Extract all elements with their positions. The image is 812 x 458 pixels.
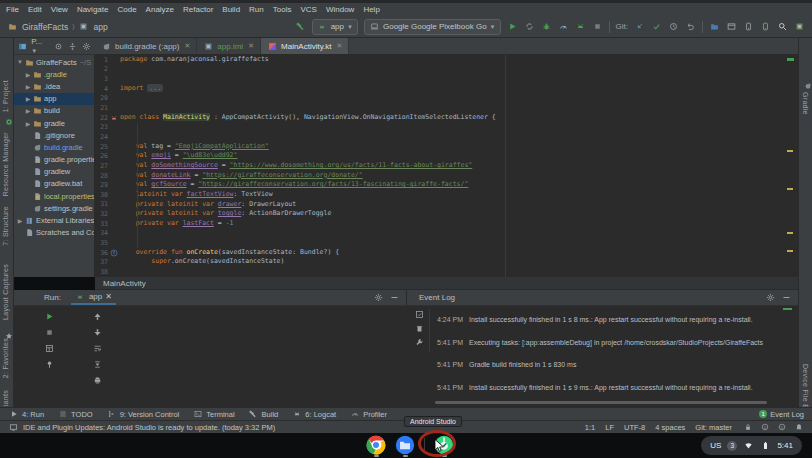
menu-view[interactable]: View bbox=[51, 5, 68, 14]
toolwindow-9--version-control[interactable]: 9: Version Control bbox=[106, 409, 180, 420]
shelf-app-chrome[interactable] bbox=[366, 435, 386, 455]
tool-stripe-resource-manager[interactable]: Resource Manager bbox=[2, 132, 9, 196]
collapse-all-icon[interactable] bbox=[67, 41, 77, 52]
line-separator[interactable]: LF bbox=[605, 423, 614, 432]
tree-item-settings-gradle[interactable]: settings.gradle bbox=[14, 202, 94, 214]
code-line-20[interactable]: 20 bbox=[95, 94, 798, 104]
code-line-24[interactable]: 24 bbox=[95, 132, 798, 142]
editor-tab-mainactivity-kt[interactable]: MainActivity.kt✕ bbox=[261, 38, 349, 54]
clear-all-icon[interactable] bbox=[414, 323, 425, 334]
tree-item-giraffefacts[interactable]: ▼GiraffeFacts~/S bbox=[14, 56, 94, 68]
tree-item-gradle[interactable]: ▶gradle bbox=[14, 117, 94, 129]
run-configuration-select[interactable]: app▼ bbox=[312, 19, 358, 35]
toolwindow-6--logcat[interactable]: 6: Logcat bbox=[291, 409, 336, 420]
tool-stripe-layout-captures[interactable]: Layout Captures bbox=[2, 264, 9, 320]
editor-tab-build-gradle---app-[interactable]: build.gradle (:app)✕ bbox=[95, 38, 197, 54]
code-line-36[interactable]: 36 override fun onCreate(savedInstanceSt… bbox=[95, 248, 798, 258]
menu-run[interactable]: Run bbox=[249, 5, 264, 14]
tree-item-gradlew[interactable]: gradlew bbox=[14, 166, 94, 178]
code-line-38[interactable]: 38 bbox=[95, 267, 798, 277]
tree-item-build-gradle[interactable]: build.gradle bbox=[14, 141, 94, 153]
star-icon[interactable] bbox=[3, 330, 14, 341]
warning-stripe-mark[interactable] bbox=[787, 250, 793, 252]
tree-item-app[interactable]: ▶app bbox=[14, 93, 94, 105]
readonly-lock-icon[interactable] bbox=[742, 422, 753, 433]
editor-tab-app-iml[interactable]: app.iml✕ bbox=[197, 38, 261, 54]
code-editor[interactable]: 1package com.naranjaconsal.giraffefacts2… bbox=[95, 55, 798, 277]
search-everywhere-icon[interactable] bbox=[777, 21, 788, 32]
stop-icon[interactable] bbox=[592, 21, 603, 32]
locate-file-icon[interactable] bbox=[53, 41, 63, 52]
mark-read-icon[interactable] bbox=[414, 309, 425, 320]
code-line-4[interactable]: 4import ... bbox=[95, 84, 798, 94]
code-line-32[interactable]: 32 private lateinit var toggle: ActionBa… bbox=[95, 209, 798, 219]
inspection-status-indicator[interactable] bbox=[787, 58, 794, 61]
gear-icon[interactable] bbox=[765, 292, 776, 303]
minimize-icon[interactable] bbox=[781, 292, 792, 303]
run-tab-app[interactable]: app ✕ bbox=[71, 290, 116, 305]
shelf-app-files-app[interactable] bbox=[395, 435, 415, 455]
scroll-to-end-icon[interactable] bbox=[92, 359, 103, 370]
tree-item-scratches-and-consoles[interactable]: Scratches and Consoles bbox=[14, 227, 94, 239]
tree-item-gradle-properties[interactable]: gradle.properties bbox=[14, 154, 94, 166]
rollback-icon[interactable] bbox=[685, 21, 696, 32]
apply-code-changes-icon[interactable] bbox=[575, 21, 586, 32]
window-manager-icon[interactable] bbox=[726, 21, 737, 32]
code-line-35[interactable]: 35 bbox=[95, 238, 798, 248]
menu-refactor[interactable]: Refactor bbox=[183, 5, 213, 14]
feedback-face-icon[interactable] bbox=[776, 422, 787, 433]
soft-wrap-icon[interactable] bbox=[92, 343, 103, 354]
restore-layout-icon[interactable] bbox=[44, 343, 55, 354]
chevron-right-icon[interactable]: ▶ bbox=[24, 95, 32, 102]
code-line-1[interactable]: 1package com.naranjaconsal.giraffefacts bbox=[95, 55, 798, 65]
ide-updates-icon[interactable] bbox=[8, 422, 19, 433]
tree-item-build[interactable]: ▶build bbox=[14, 105, 94, 117]
tool-stripe----structure[interactable]: 7: Structure bbox=[2, 206, 9, 246]
tree-item-local-properties[interactable]: local.properties bbox=[14, 190, 94, 202]
code-line-21[interactable]: 21 bbox=[95, 103, 798, 113]
toolwindow-4--run[interactable]: 4: Run bbox=[8, 409, 44, 420]
chevron-right-icon[interactable]: ▶ bbox=[24, 120, 32, 127]
tree-item--gradle[interactable]: ▶.gradle bbox=[14, 68, 94, 80]
rerun-icon[interactable] bbox=[44, 311, 55, 322]
gear-icon[interactable] bbox=[373, 292, 384, 303]
code-line-22[interactable]: 22open class MainActivity : AppCompatAct… bbox=[95, 113, 798, 123]
chevron-right-icon[interactable]: ▶ bbox=[24, 83, 32, 90]
code-line-31[interactable]: 31 private lateinit var drawer: DrawerLa… bbox=[95, 200, 798, 210]
notifications-bell-icon[interactable] bbox=[793, 422, 804, 433]
menu-build[interactable]: Build bbox=[222, 5, 240, 14]
tool-stripe----project[interactable]: 1: Project bbox=[2, 80, 9, 113]
code-line-33[interactable]: 33 private var lastFact = -1 bbox=[95, 219, 798, 229]
menu-analyze[interactable]: Analyze bbox=[146, 5, 174, 14]
override-gutter-icon[interactable] bbox=[108, 249, 120, 257]
print-icon[interactable] bbox=[92, 375, 103, 386]
profile-icon[interactable] bbox=[558, 21, 569, 32]
tree-item--gitignore[interactable]: .gitignore bbox=[14, 129, 94, 141]
menu-edit[interactable]: Edit bbox=[28, 5, 42, 14]
menu-window[interactable]: Window bbox=[326, 5, 354, 14]
chevron-down-icon[interactable]: ▼ bbox=[16, 59, 24, 65]
chevron-right-icon[interactable]: ▶ bbox=[24, 71, 32, 78]
breadcrumb-module[interactable]: app bbox=[93, 22, 107, 32]
pin-icon[interactable] bbox=[44, 359, 55, 370]
warning-stripe-mark[interactable] bbox=[787, 232, 793, 234]
menu-navigate[interactable]: Navigate bbox=[77, 5, 109, 14]
horizontal-scrollbar[interactable] bbox=[435, 401, 767, 404]
code-line-2[interactable]: 2 bbox=[95, 65, 798, 75]
menu-help[interactable]: Help bbox=[363, 5, 379, 14]
caret-position[interactable]: 1:1 bbox=[585, 423, 595, 432]
toolwindow-terminal[interactable]: Terminal bbox=[192, 409, 234, 420]
tree-item-external-libraries[interactable]: ▶External Libraries bbox=[14, 214, 94, 226]
run-icon[interactable] bbox=[507, 21, 518, 32]
build-hammer-icon[interactable] bbox=[295, 21, 306, 32]
commit-icon[interactable] bbox=[651, 21, 662, 32]
code-line-28[interactable]: 28 val donateLink = "https://giraffecons… bbox=[95, 171, 798, 181]
breadcrumb-class[interactable]: MainActivity bbox=[103, 279, 146, 288]
tool-stripe----favorites[interactable]: 2: Favorites bbox=[2, 338, 9, 378]
apply-changes-icon[interactable] bbox=[524, 21, 535, 32]
code-line-26[interactable]: 26 val emoji = "\ud83e\udd92" bbox=[95, 151, 798, 161]
device-file-explorer-icon[interactable] bbox=[709, 21, 720, 32]
device-select[interactable]: Google Google Pixelbook Go▼ bbox=[364, 19, 501, 35]
menu-tools[interactable]: Tools bbox=[273, 5, 292, 14]
close-icon[interactable]: ✕ bbox=[248, 42, 254, 50]
